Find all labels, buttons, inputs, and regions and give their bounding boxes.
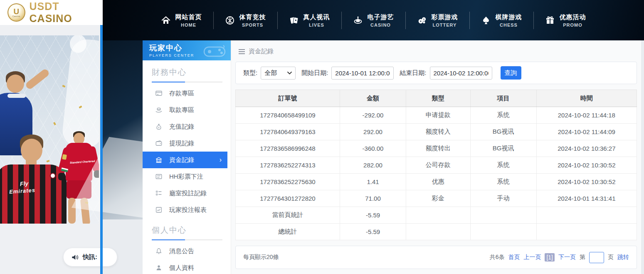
table-body: 1727840658499109-292.00申请提款系统2024-10-02 …	[236, 107, 637, 240]
brand-wordmark: USDT CASINO	[30, 0, 103, 25]
page-title: 資金記錄	[249, 47, 274, 55]
page-number-input[interactable]	[589, 252, 604, 263]
col-amount: 金額	[340, 90, 406, 107]
cell-time: 2024-10-02 10:30:52	[536, 174, 637, 190]
checklist-icon	[155, 189, 163, 197]
nav-label-zh: 网站首页	[175, 13, 202, 21]
cell-summary-label: 當前頁統計	[236, 207, 340, 224]
start-date-input[interactable]	[331, 67, 394, 80]
col-item: 項目	[470, 90, 536, 107]
end-date-input[interactable]	[430, 67, 492, 80]
end-date-label: 結束日期:	[400, 69, 426, 77]
deposit-card-icon	[155, 90, 163, 97]
personal-section-header: 個人中心	[143, 218, 231, 240]
brand-ball-text: Casino	[12, 15, 20, 17]
sidebar-item-announcements[interactable]: 消息公告	[143, 243, 231, 259]
section-underline	[152, 239, 222, 240]
left-column: U Casino USDT CASINO Fly Emirates	[0, 0, 103, 274]
report-chart-icon	[155, 206, 163, 214]
pagination-controls: 共6条 首页 上一页 [1] 下一页 第 页 跳转	[490, 252, 629, 263]
pagination-bar: 每頁顯示20條 共6条 首页 上一页 [1] 下一页 第 页 跳转	[235, 246, 637, 269]
cell-item: BG视讯	[470, 140, 536, 157]
sidebar-item-withdrawal-record[interactable]: 提現記錄	[143, 135, 231, 152]
nav-label-en: CASINO	[370, 22, 391, 27]
sidebar-item-label: 消息公告	[169, 247, 194, 255]
club-badge	[50, 173, 56, 179]
sidebar-item-deposit[interactable]: 存款專區	[143, 85, 231, 102]
withdraw-hand-icon	[155, 106, 163, 114]
cell-item: BG视讯	[470, 124, 536, 140]
total-count: 共6条	[490, 254, 505, 261]
cell-type: 彩金	[406, 190, 470, 207]
nav-label-en: CHESS	[500, 22, 518, 27]
col-time: 時間	[536, 90, 637, 107]
main-panel: 玩家中心 PLAYERS CENTER 財務中心	[143, 40, 641, 274]
table-row-total-summary: 總統計-5.59	[236, 224, 637, 240]
col-type: 類型	[406, 90, 470, 107]
cell-type: 额度转入	[406, 124, 470, 140]
cell-amount: 282.00	[340, 157, 406, 174]
nav-item-sports[interactable]: 体育竞技 SPORTS	[214, 13, 277, 27]
filter-bar: 類型: 全部 開始日期: 結束日期: 查詢	[235, 62, 637, 84]
cell-amount: -292.00	[340, 107, 406, 124]
sidebar-item-hh-lottery-bets[interactable]: HH彩票下注	[143, 168, 231, 185]
sidebar-item-label: HH彩票下注	[169, 173, 203, 181]
cell-time: 2024-10-02 11:44:18	[536, 107, 637, 124]
cell-type: 优惠	[406, 174, 470, 190]
spade-icon	[481, 15, 491, 25]
cell-order-no: 1727840649379163	[236, 124, 340, 140]
finance-section-header: 財務中心	[143, 60, 231, 82]
sidebar-item-recharge-record[interactable]: 充值記錄	[143, 118, 231, 135]
nav-item-casino[interactable]: 电子游艺 CASINO	[342, 13, 405, 27]
cell-order-no: 1727840658499109	[236, 107, 340, 124]
cell-amount: -5.59	[340, 207, 406, 224]
nav-label-zh: 棋牌游戏	[496, 13, 522, 21]
finance-section-title: 財務中心	[152, 67, 222, 78]
type-select-value: 全部	[264, 69, 277, 77]
table-row: 17278362522756301.41优惠系统2024-10-02 10:30…	[236, 174, 637, 190]
cell-item: 系统	[470, 174, 536, 190]
nav-item-lottery[interactable]: 彩票游戏 LOTTERY	[406, 13, 469, 27]
section-underline	[152, 82, 222, 82]
lottery-balls-icon	[417, 15, 427, 25]
cell-type: 公司存款	[406, 157, 470, 174]
news-ticker[interactable]: 快訊:	[63, 248, 117, 267]
type-label: 類型:	[243, 69, 257, 77]
prev-page-link[interactable]: 上一页	[523, 254, 541, 261]
top-nav: 网站首页 HOME 体育竞技 SPORTS 真人视讯	[103, 0, 644, 40]
cell-summary-label: 總統計	[236, 224, 340, 240]
nav-item-home[interactable]: 网站首页 HOME	[150, 13, 213, 27]
ticker-label: 快訊:	[83, 253, 97, 261]
cell-order-no: 1727764301272820	[236, 190, 340, 207]
nav-label-zh: 优惠活动	[560, 13, 586, 21]
speaker-icon	[71, 253, 79, 261]
next-page-link[interactable]: 下一页	[558, 254, 576, 261]
moneybag-icon	[155, 123, 163, 130]
per-page-label: 每頁顯示20條	[243, 254, 279, 261]
sleeve-patch	[62, 154, 67, 160]
basketball-icon	[225, 15, 235, 25]
sidebar-item-player-bet-report[interactable]: 玩家投注報表	[143, 202, 231, 218]
home-icon	[161, 15, 171, 25]
jump-link[interactable]: 跳转	[617, 254, 629, 261]
personal-menu: 消息公告 個人資料	[143, 243, 231, 274]
nav-item-promo[interactable]: 优惠活动 PROMO	[534, 13, 597, 27]
nav-item-lives[interactable]: 真人视讯 LIVES	[278, 13, 341, 27]
sidebar-item-profile[interactable]: 個人資料	[143, 259, 231, 274]
roulette-icon	[353, 15, 363, 25]
jersey-text: Fly	[20, 180, 28, 187]
sidebar-item-room-bet-record[interactable]: 廳室投註記錄	[143, 185, 231, 202]
sidebar-item-funds-record[interactable]: 資金記錄 ›	[143, 152, 227, 168]
breadcrumb: 資金記錄	[235, 40, 637, 55]
table-row: 172776430127282071.00彩金手动2024-10-01 14:3…	[236, 190, 637, 207]
nav-label-en: LOTTERY	[433, 22, 457, 27]
cell-amount: -5.59	[340, 224, 406, 240]
search-button[interactable]: 查詢	[501, 66, 521, 80]
nav-item-chess[interactable]: 棋牌游戏 CHESS	[470, 13, 533, 27]
first-page-link[interactable]: 首页	[508, 254, 520, 261]
type-select[interactable]: 全部	[261, 67, 296, 80]
sidebar: 玩家中心 PLAYERS CENTER 財務中心	[143, 40, 231, 274]
brand-logo[interactable]: U Casino USDT CASINO	[0, 0, 103, 25]
cell-order-no: 1727836252274313	[236, 157, 340, 174]
sidebar-item-withdraw[interactable]: 取款專區	[143, 102, 231, 118]
